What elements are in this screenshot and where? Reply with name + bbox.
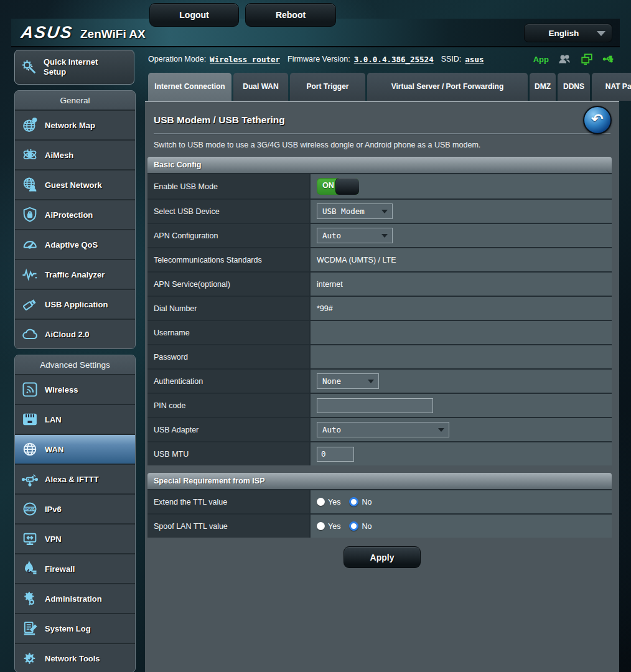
- apn-service-value: internet: [317, 280, 343, 289]
- quick-internet-setup-button[interactable]: Quick Internet Setup: [14, 50, 134, 85]
- chevron-down-icon: [597, 31, 605, 36]
- router-admin-page: ASUS ZenWiFi AX Logout Reboot English Op…: [0, 0, 631, 672]
- users-icon[interactable]: [558, 52, 571, 66]
- table-row: Extend the TTL value Yes No: [147, 490, 612, 513]
- sidebar-item-ipv6[interactable]: IPV6 IPv6: [15, 495, 135, 525]
- logout-button[interactable]: Logout: [149, 3, 239, 27]
- sidebar-item-aicloud[interactable]: AiCloud 2.0: [15, 320, 135, 348]
- usb-adapter-label: USB Adapter: [147, 418, 309, 441]
- extend-ttl-radio-group: Yes No: [317, 497, 372, 506]
- authentication-select[interactable]: None: [317, 373, 379, 389]
- gear-wand-icon: [20, 58, 39, 77]
- table-row: APN Service(optional) internet: [147, 273, 612, 296]
- app-link[interactable]: App: [533, 55, 549, 64]
- enable-usb-mode-label: Enable USB Mode: [147, 174, 309, 198]
- table-row: USB Adapter Auto: [147, 418, 612, 441]
- extend-ttl-yes-radio[interactable]: Yes: [317, 498, 340, 506]
- wireless-icon: [21, 380, 39, 399]
- sidebar-item-traffic-analyzer[interactable]: Traffic Analyzer: [15, 260, 135, 290]
- lang-area: English: [495, 19, 620, 46]
- basic-config-header: Basic Config: [147, 157, 612, 173]
- vpn-monitor-icon: [21, 530, 39, 548]
- sidebar-item-administration[interactable]: Administration: [15, 584, 135, 614]
- sidebar-item-firewall[interactable]: Firewall: [15, 554, 135, 584]
- tab-dual-wan[interactable]: Dual WAN: [233, 73, 288, 101]
- sidebar-item-lan[interactable]: LAN: [15, 405, 135, 435]
- advanced-group-title: Advanced Settings: [15, 355, 135, 375]
- table-row: Password: [147, 345, 612, 368]
- table-row: Authentication None: [147, 370, 612, 393]
- table-row: Enable USB Mode ON: [147, 174, 612, 198]
- smart-device-icon: [21, 470, 39, 488]
- spoof-lan-ttl-label: Spoof LAN TTL value: [147, 515, 309, 538]
- content-panel: USB Modem / USB Tethering ↶ Switch to US…: [145, 101, 619, 672]
- radio-checked-icon: [349, 521, 358, 531]
- spoof-lan-ttl-yes-radio[interactable]: Yes: [317, 522, 340, 531]
- isp-table: Extend the TTL value Yes No: [147, 489, 612, 538]
- ethernet-port-icon: [21, 410, 39, 429]
- basic-config-section: Basic Config Enable USB Mode ON Select U…: [147, 157, 612, 465]
- radio-icon: [317, 498, 325, 506]
- usb-stick-icon: [21, 295, 39, 314]
- tab-port-trigger[interactable]: Port Trigger: [290, 73, 365, 101]
- sidebar-item-wan[interactable]: WAN: [15, 435, 135, 465]
- apply-button[interactable]: Apply: [344, 546, 421, 568]
- sidebar-item-aiprotection[interactable]: AiProtection: [15, 200, 135, 230]
- aimesh-icon: [21, 146, 39, 164]
- firmware-link[interactable]: 3.0.0.4.386_25524: [354, 55, 434, 64]
- apn-service-label: APN Service(optional): [147, 273, 309, 296]
- reboot-button[interactable]: Reboot: [245, 3, 336, 27]
- guest-network-icon: [21, 175, 39, 194]
- remote-screens-icon[interactable]: [580, 52, 594, 66]
- usb-device-select[interactable]: USB Modem: [317, 203, 393, 219]
- extend-ttl-no-radio[interactable]: No: [349, 497, 372, 506]
- enable-usb-mode-toggle[interactable]: ON: [317, 178, 359, 195]
- password-field[interactable]: [311, 345, 612, 368]
- table-row: Username: [147, 321, 612, 344]
- network-map-icon: [21, 116, 39, 134]
- isp-section-header: Special Requirement from ISP: [147, 473, 612, 489]
- chevron-down-icon: [381, 234, 388, 238]
- sidebar-item-wireless[interactable]: Wireless: [15, 375, 135, 405]
- table-row: Telecommunications Standards WCDMA (UMTS…: [147, 248, 612, 271]
- apn-configuration-select[interactable]: Auto: [317, 228, 393, 243]
- username-field[interactable]: [311, 321, 612, 344]
- spoof-lan-ttl-no-radio[interactable]: No: [349, 521, 372, 531]
- radio-icon: [317, 522, 325, 530]
- pin-code-label: PIN code: [147, 394, 309, 417]
- sidebar-item-alexa-ifttt[interactable]: Alexa & IFTTT: [15, 465, 135, 495]
- tab-virtual-server-port-forwarding[interactable]: Virtual Server / Port Forwarding: [367, 73, 528, 101]
- sidebar-item-network-map[interactable]: Network Map: [15, 111, 135, 141]
- gear-wrench-icon: [21, 649, 39, 668]
- language-value: English: [549, 29, 579, 38]
- tab-dmz[interactable]: DMZ: [530, 73, 556, 101]
- sidebar-item-aimesh[interactable]: AiMesh: [15, 141, 135, 170]
- usb-icon[interactable]: [602, 52, 616, 66]
- usb-mtu-input[interactable]: 0: [317, 447, 354, 462]
- quick-icons: App: [533, 52, 616, 66]
- sidebar-item-network-tools[interactable]: Network Tools: [15, 644, 135, 672]
- sidebar-item-system-log[interactable]: System Log: [15, 614, 135, 644]
- sidebar-item-guest-network[interactable]: Guest Network: [15, 170, 135, 200]
- tab-nat-passthrough[interactable]: NAT Passthrough: [592, 73, 631, 101]
- page-title-row: USB Modem / USB Tethering ↶: [145, 102, 619, 131]
- operation-mode-label: Operation Mode:: [148, 55, 206, 63]
- sidebar-item-vpn[interactable]: VPN: [15, 525, 135, 554]
- username-label: Username: [147, 321, 309, 344]
- tab-ddns[interactable]: DDNS: [558, 73, 590, 101]
- spoof-lan-ttl-radio-group: Yes No: [317, 521, 372, 531]
- back-icon[interactable]: ↶: [583, 106, 612, 134]
- tab-internet-connection[interactable]: Internet Connection: [148, 73, 231, 101]
- shield-lock-icon: [21, 205, 39, 224]
- wan-tab-bar: Internet Connection Dual WAN Port Trigge…: [148, 73, 631, 101]
- qis-label: Quick Internet Setup: [44, 57, 118, 77]
- ssid-link[interactable]: asus: [465, 55, 484, 64]
- pin-code-input[interactable]: [317, 398, 433, 413]
- sidebar-item-adaptive-qos[interactable]: Adaptive QoS: [15, 230, 135, 260]
- operation-mode-link[interactable]: Wireless router: [210, 55, 280, 64]
- usb-adapter-select[interactable]: Auto: [317, 422, 449, 437]
- table-row: PIN code: [147, 394, 612, 417]
- chevron-down-icon: [381, 210, 388, 213]
- sidebar-item-usb-application[interactable]: USB Application: [15, 290, 135, 320]
- language-dropdown[interactable]: English: [524, 24, 612, 42]
